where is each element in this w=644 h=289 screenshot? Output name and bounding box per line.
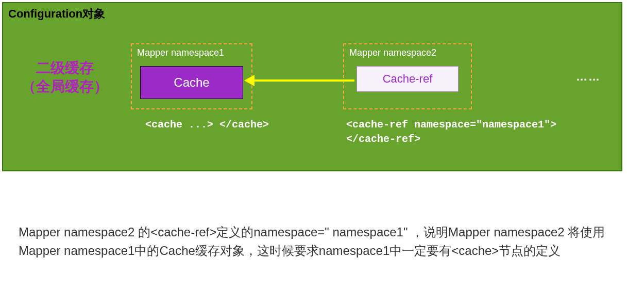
- ellipsis-icon: ……: [576, 70, 601, 84]
- namespace2-box: Mapper namespace2 Cache-ref: [343, 43, 472, 109]
- cache-box: Cache: [140, 66, 243, 99]
- namespace1-box: Mapper namespace1 Cache: [131, 43, 252, 109]
- namespace1-code: <cache ...> </cache>: [145, 118, 269, 132]
- panel-title: Configuration对象: [8, 6, 105, 22]
- configuration-panel: Configuration对象 二级缓存 （全局缓存） Mapper names…: [2, 2, 622, 171]
- l2-cache-line1: 二级缓存: [36, 60, 94, 76]
- reference-arrow: [253, 79, 354, 82]
- namespace2-code: <cache-ref namespace="namespace1"> </cac…: [346, 118, 563, 147]
- l2-cache-label: 二级缓存 （全局缓存）: [8, 59, 122, 96]
- cache-ref-box-label: Cache-ref: [383, 72, 433, 86]
- cache-ref-box: Cache-ref: [357, 66, 459, 92]
- caption-text: Mapper namespace2 的<cache-ref>定义的namespa…: [19, 223, 616, 260]
- namespace1-label: Mapper namespace1: [137, 47, 224, 58]
- l2-cache-line2: （全局缓存）: [22, 78, 108, 94]
- namespace2-label: Mapper namespace2: [349, 47, 436, 58]
- cache-box-label: Cache: [174, 75, 209, 90]
